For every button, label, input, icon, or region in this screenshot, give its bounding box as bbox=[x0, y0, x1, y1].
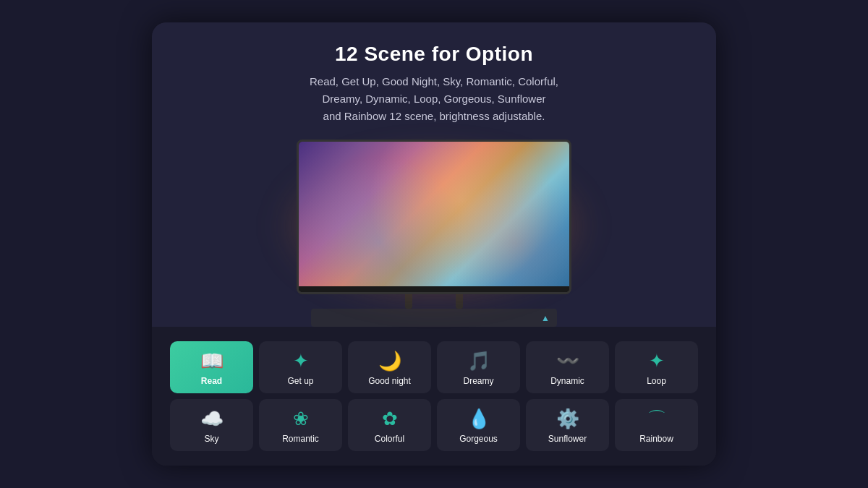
scene-loop[interactable]: ✦ Loop bbox=[615, 341, 698, 393]
tv-frame bbox=[297, 140, 571, 294]
sunflower-icon: ⚙️ bbox=[556, 409, 579, 428]
scenes-grid: 📖 Read ✦ Get up 🌙 Good night 🎵 Dreamy 〰️… bbox=[170, 341, 698, 451]
scene-dreamy[interactable]: 🎵 Dreamy bbox=[437, 341, 520, 393]
tv-bezel bbox=[299, 286, 569, 292]
scene-sky[interactable]: ☁️ Sky bbox=[170, 399, 253, 451]
scene-romantic[interactable]: ❀ Romantic bbox=[259, 399, 342, 451]
dynamic-icon: 〰️ bbox=[556, 351, 579, 370]
getup-icon: ✦ bbox=[293, 351, 309, 370]
product-card: 12 Scene for Option Read, Get Up, Good N… bbox=[152, 22, 716, 466]
rainbow-icon: ⌒ bbox=[647, 409, 666, 428]
scene-goodnight[interactable]: 🌙 Good night bbox=[348, 341, 431, 393]
rainbow-label: Rainbow bbox=[639, 434, 673, 444]
colorful-icon: ✿ bbox=[382, 409, 398, 428]
scene-colorful[interactable]: ✿ Colorful bbox=[348, 399, 431, 451]
read-icon: 📖 bbox=[200, 351, 224, 370]
scene-getup[interactable]: ✦ Get up bbox=[259, 341, 342, 393]
colorful-label: Colorful bbox=[375, 434, 404, 444]
loop-icon: ✦ bbox=[649, 351, 665, 370]
scene-dynamic[interactable]: 〰️ Dynamic bbox=[526, 341, 609, 393]
sky-icon: ☁️ bbox=[200, 409, 224, 428]
sky-label: Sky bbox=[204, 434, 218, 444]
romantic-label: Romantic bbox=[282, 434, 319, 444]
tv-shelf: ▲ bbox=[311, 309, 557, 327]
gorgeous-label: Gorgeous bbox=[459, 434, 498, 444]
sunflower-label: Sunflower bbox=[548, 434, 587, 444]
getup-label: Get up bbox=[287, 376, 313, 386]
dreamy-icon: 🎵 bbox=[467, 351, 490, 370]
gorgeous-icon: 💧 bbox=[467, 409, 490, 428]
scene-gorgeous[interactable]: 💧 Gorgeous bbox=[437, 399, 520, 451]
dreamy-label: Dreamy bbox=[463, 376, 493, 386]
romantic-icon: ❀ bbox=[293, 409, 309, 428]
subtitle: Read, Get Up, Good Night, Sky, Romantic,… bbox=[181, 73, 687, 125]
loop-label: Loop bbox=[647, 376, 666, 386]
dynamic-label: Dynamic bbox=[550, 376, 584, 386]
tv-screen bbox=[299, 142, 569, 286]
scenes-section: 📖 Read ✦ Get up 🌙 Good night 🎵 Dreamy 〰️… bbox=[152, 327, 716, 466]
scene-sunflower[interactable]: ⚙️ Sunflower bbox=[526, 399, 609, 451]
main-title: 12 Scene for Option bbox=[181, 43, 687, 66]
goodnight-label: Good night bbox=[368, 376, 411, 386]
scene-rainbow[interactable]: ⌒ Rainbow bbox=[615, 399, 698, 451]
read-label: Read bbox=[201, 376, 222, 386]
wifi-icon: ▲ bbox=[541, 313, 550, 323]
tv-container: ▲ bbox=[181, 140, 687, 327]
top-section: 12 Scene for Option Read, Get Up, Good N… bbox=[152, 22, 716, 327]
scene-read[interactable]: 📖 Read bbox=[170, 341, 253, 393]
goodnight-icon: 🌙 bbox=[378, 351, 401, 370]
tv-wrapper: ▲ bbox=[297, 140, 571, 327]
